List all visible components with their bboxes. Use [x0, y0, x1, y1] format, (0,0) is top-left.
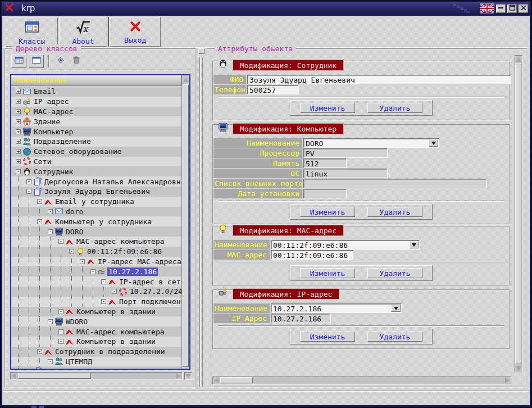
tree-item-label[interactable]: Дергоусова Наталья Александровна	[43, 178, 181, 186]
tree-horizontal-scrollbar[interactable]	[10, 372, 183, 380]
tree-header[interactable]: Наименование	[11, 75, 181, 86]
tree-expander[interactable]: -	[58, 329, 63, 334]
classes-button[interactable]: Классы	[6, 17, 58, 47]
tree-expander[interactable]: +	[16, 99, 21, 104]
tree-item-label[interactable]: Компьютер	[33, 128, 74, 136]
tree-item-label[interactable]: DORO	[65, 228, 84, 236]
tree-item-label[interactable]: Сотрудник в подразделении	[54, 347, 166, 356]
tree-item-label[interactable]: Подразделение	[33, 137, 92, 146]
attributes-vscroll-thumb[interactable]	[515, 64, 521, 364]
text-field[interactable]: PV	[303, 148, 388, 158]
text-field[interactable]: 10.27.2.186	[271, 314, 331, 323]
tree-item-label[interactable]: Компьютер у сотрудника	[54, 217, 153, 226]
diamond-button[interactable]	[54, 55, 67, 68]
tree-item-label[interactable]: MAC-адрес компьютера	[75, 237, 166, 246]
tree-expander[interactable]: -	[101, 279, 106, 284]
tree-item-label[interactable]: Сотрудник	[33, 167, 74, 176]
tree-item[interactable]: -Сотрудник в подразделении	[11, 347, 181, 357]
tree-item[interactable]: -WDORO	[11, 316, 181, 327]
tree-expander[interactable]: +	[16, 129, 21, 134]
tree-expander[interactable]: -	[58, 239, 63, 244]
tree-item-label[interactable]: Компьютер в здании	[75, 337, 157, 346]
tree-item[interactable]: +MAC-адрес	[11, 107, 181, 117]
tree-item-label[interactable]: WDORO	[65, 318, 89, 326]
tree-expander[interactable]: -	[80, 259, 85, 264]
class-tree[interactable]: Наименование +Email+IP-адрес+MAC-адрес+З…	[10, 74, 190, 370]
modify-button[interactable]: Изменить	[300, 103, 355, 113]
tree-item[interactable]: -Сотрудник	[11, 166, 181, 176]
tree-item-label[interactable]: Зозуля Эдуард Евгеньевич	[43, 187, 151, 196]
tree-item[interactable]: -Компьютер у сотрудника	[11, 216, 181, 226]
tree-item[interactable]: -10.27.2.0/24	[11, 287, 181, 297]
scroll-down-icon[interactable]	[516, 366, 521, 371]
combo-field[interactable]: 00:11:2f:09:e6:86	[271, 240, 420, 250]
tree-item-label[interactable]: Здание	[33, 117, 61, 126]
tree-item[interactable]: -MAC-адрес компьютера	[11, 237, 181, 247]
tree-expander[interactable]: -	[48, 319, 53, 324]
tree-item[interactable]: -ЦТЕМПД	[11, 357, 181, 367]
maximize-button[interactable]	[507, 4, 517, 13]
window-button[interactable]	[29, 55, 44, 68]
text-field[interactable]: 00:11:2f:09:e6:86	[271, 250, 353, 260]
tree-vertical-scrollbar[interactable]	[181, 75, 189, 369]
combo-arrow-button[interactable]	[391, 305, 401, 312]
tree-item-label[interactable]: 00:11:2f:09:e6:86	[86, 247, 163, 256]
combo-field[interactable]: 10.27.2.186	[271, 303, 402, 313]
tree-expander[interactable]: -	[37, 199, 42, 204]
tree-item[interactable]: +Email	[11, 87, 181, 97]
about-button[interactable]: x About	[59, 17, 107, 47]
tree-item[interactable]: -00:11:2f:09:e6:86	[11, 247, 181, 257]
tree-item-label[interactable]: IP-адрес MAC-адреса	[97, 257, 181, 266]
tree-item-label[interactable]: Сетевое оборудование	[33, 147, 123, 156]
scroll-up-icon[interactable]	[183, 78, 189, 82]
text-field[interactable]	[303, 189, 347, 198]
tree-expander[interactable]: +	[16, 89, 21, 94]
tree-expander[interactable]: -	[37, 219, 42, 224]
tree-item-label[interactable]: 10.27.2.186	[107, 268, 158, 276]
tree-item[interactable]: +Дергоусова Наталья Александровна	[11, 176, 181, 187]
text-field[interactable]	[303, 179, 487, 188]
tree-expander[interactable]: +	[16, 109, 21, 114]
tree-expander[interactable]: +	[16, 159, 21, 164]
tree-item-label[interactable]: 10.27.2.0/24	[129, 287, 181, 296]
combo-field[interactable]: DORO	[303, 138, 439, 148]
trash-button[interactable]	[70, 55, 83, 68]
tree-expander[interactable]: +	[16, 119, 21, 124]
tree-item-label[interactable]: IP-адрес в сети	[118, 278, 181, 286]
tree-item[interactable]: +	[11, 366, 181, 369]
delete-button[interactable]: Удалить	[367, 268, 422, 278]
text-field[interactable]: 500257	[247, 85, 299, 94]
scroll-up-icon[interactable]	[516, 57, 521, 62]
combo-arrow-button[interactable]	[429, 139, 438, 147]
tree-item-label[interactable]: doro	[65, 207, 84, 216]
tree-expander[interactable]: +	[16, 139, 21, 144]
tree-vscroll-thumb[interactable]	[183, 84, 189, 367]
modify-button[interactable]: Изменить	[300, 332, 355, 342]
combo-arrow-button[interactable]	[409, 241, 419, 248]
titlebar[interactable]: krp	[2, 2, 530, 15]
tree-expander[interactable]: -	[58, 309, 63, 314]
tree-item[interactable]: +Здание	[11, 116, 181, 126]
scroll-down-icon[interactable]	[185, 374, 191, 378]
modify-button[interactable]: Изменить	[300, 207, 355, 217]
tree-expander[interactable]: -	[48, 229, 53, 234]
tree-item[interactable]: -10.27.2.186	[11, 266, 181, 276]
tree-expander[interactable]: -	[48, 359, 53, 364]
tree-item[interactable]: -DORO	[11, 226, 181, 237]
tree-expander[interactable]: -	[16, 169, 21, 174]
tree-item[interactable]: +IP-адрес	[11, 97, 181, 107]
tree-item[interactable]: -doro	[11, 207, 181, 217]
tree-item[interactable]: +Сети	[11, 157, 181, 167]
tree-item-label[interactable]: Email	[33, 87, 57, 96]
delete-button[interactable]: Удалить	[367, 103, 422, 113]
tree-item-label[interactable]: Компьютер в здании	[75, 307, 157, 316]
tree-item[interactable]: +Подразделение	[11, 137, 181, 147]
modify-button[interactable]: Изменить	[300, 268, 355, 278]
tree-item[interactable]: -Email у сотрудника	[11, 197, 181, 207]
tree-item-label[interactable]: IP-адрес	[33, 97, 70, 106]
minimize-button[interactable]	[496, 4, 506, 13]
scroll-left-icon[interactable]	[214, 378, 219, 383]
tree-item[interactable]: -IP-адрес MAC-адреса	[11, 257, 181, 267]
scroll-right-icon[interactable]	[505, 378, 510, 383]
tree-item[interactable]: -Компьютер в здании	[11, 337, 181, 347]
